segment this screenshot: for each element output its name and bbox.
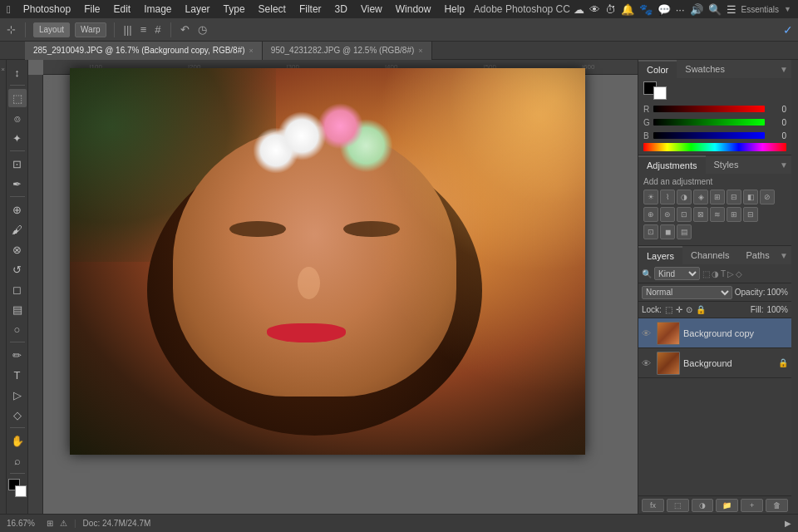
adj-photo-filter[interactable]: ⊘ — [760, 190, 775, 204]
workspace-expand-icon[interactable]: ▼ — [784, 5, 791, 13]
layer2-visibility[interactable]: 👁 — [642, 358, 653, 368]
tool-marquee[interactable]: ⬚ — [8, 89, 27, 107]
menu-icon[interactable]: ☰ — [727, 3, 736, 16]
layer-item-background-copy[interactable]: 👁 Background copy — [638, 318, 791, 348]
layer-group-btn[interactable]: 📁 — [716, 499, 738, 512]
adj-curves[interactable]: ⌇ — [660, 190, 675, 204]
adj-color-lookup[interactable]: ⊜ — [660, 207, 675, 222]
filter-kind-select[interactable]: Kind — [654, 267, 700, 280]
layer-adj-btn[interactable]: ◑ — [692, 499, 714, 512]
bg-color-box[interactable] — [653, 86, 667, 100]
tab-file1[interactable]: 285_2910049.JPG @ 16.7% (Background copy… — [25, 42, 263, 60]
tool-eyedropper[interactable]: ✒ — [8, 175, 27, 193]
tab-channels[interactable]: Channels — [682, 246, 737, 264]
adj-hsl[interactable]: ⊞ — [710, 190, 725, 204]
color-swatch[interactable] — [8, 479, 27, 497]
menu-window[interactable]: Window — [390, 2, 437, 17]
fg-bg-box[interactable] — [643, 81, 667, 100]
tab-styles[interactable]: Styles — [706, 155, 747, 174]
adj-posterize[interactable]: ⊟ — [743, 207, 758, 222]
tab1-close[interactable]: × — [249, 47, 254, 55]
tool-hand[interactable]: ✋ — [8, 431, 27, 450]
tool-lasso[interactable]: ⌾ — [8, 109, 27, 127]
layer-link-btn[interactable]: fx — [642, 499, 664, 512]
green-slider[interactable] — [653, 119, 765, 126]
filter-type-icon[interactable]: T — [721, 269, 726, 278]
warp-button[interactable]: Warp — [75, 22, 106, 37]
filter-adj-icon[interactable]: ◑ — [712, 269, 719, 278]
menu-3d[interactable]: 3D — [329, 2, 353, 17]
menu-filter[interactable]: Filter — [293, 2, 328, 17]
blue-slider[interactable] — [653, 132, 765, 139]
layer-mask-btn[interactable]: ⬚ — [667, 499, 689, 512]
menu-edit[interactable]: Edit — [107, 2, 136, 17]
layer-item-background[interactable]: 👁 Background 🔒 — [638, 348, 791, 378]
tool-eraser[interactable]: ◻ — [8, 280, 27, 298]
align-grid-icon[interactable]: # — [153, 23, 162, 36]
layout-button[interactable]: Layout — [33, 22, 70, 37]
adj-colorbalance[interactable]: ⊟ — [727, 190, 741, 204]
lock-artboard-icon[interactable]: ⊙ — [686, 305, 692, 314]
adj-exposure[interactable]: ◑ — [677, 190, 692, 204]
adj-panel-collapse[interactable]: ▼ — [780, 160, 788, 170]
tab2-close[interactable]: × — [418, 47, 422, 55]
layer-new-btn[interactable]: + — [741, 499, 763, 512]
tool-shape[interactable]: ◇ — [8, 406, 27, 424]
lock-position-icon[interactable]: ✛ — [676, 305, 682, 314]
adj-solid-color[interactable]: ◼ — [660, 224, 675, 239]
filter-shape-icon[interactable]: ▷ — [727, 269, 734, 278]
align-center-icon[interactable]: ≡ — [139, 23, 149, 36]
adj-gradient-map[interactable]: ≋ — [710, 207, 725, 222]
tab-adjustments[interactable]: Adjustments — [638, 155, 706, 174]
background-color[interactable] — [15, 485, 27, 497]
tab-paths[interactable]: Paths — [738, 246, 778, 264]
tool-crop[interactable]: ⊡ — [8, 155, 27, 173]
filter-smart-icon[interactable]: ◇ — [736, 269, 742, 278]
layer-delete-btn[interactable]: 🗑 — [766, 499, 788, 512]
menu-file[interactable]: File — [78, 2, 106, 17]
tab-layers[interactable]: Layers — [638, 246, 682, 264]
filter-pixel-icon[interactable]: ⬚ — [702, 269, 710, 278]
menu-type[interactable]: Type — [218, 2, 251, 17]
menu-help[interactable]: Help — [438, 2, 470, 17]
tool-zoom[interactable]: ⌕ — [8, 451, 27, 470]
menu-photoshop[interactable]: Photoshop — [17, 2, 76, 17]
menu-image[interactable]: Image — [138, 2, 177, 17]
canvas-area[interactable]: |100|200|300|400|500|600 100200300400 — [28, 60, 638, 514]
tool-history[interactable]: ↺ — [8, 260, 27, 278]
adj-bw[interactable]: ◧ — [743, 190, 758, 204]
lock-pixel-icon[interactable]: ⬚ — [665, 305, 672, 314]
fill-value[interactable]: 100% — [766, 305, 788, 314]
adj-brightness[interactable]: ☀ — [643, 190, 658, 204]
tool-dodge[interactable]: ○ — [8, 320, 27, 338]
adj-gradient-fill[interactable]: ▤ — [677, 224, 692, 239]
tab-color[interactable]: Color — [638, 60, 677, 78]
align-left-icon[interactable]: ||| — [122, 23, 134, 36]
tool-pen[interactable]: ✏ — [8, 346, 27, 364]
adj-selective-color[interactable]: ⊞ — [727, 207, 741, 222]
tool-brush[interactable]: 🖌 — [8, 220, 27, 239]
adj-levels[interactable]: ⊡ — [677, 207, 692, 222]
tool-gradient[interactable]: ▤ — [8, 300, 27, 318]
tab-swatches[interactable]: Swatches — [677, 60, 733, 78]
blend-mode-select[interactable]: Normal — [642, 286, 732, 299]
adj-threshold[interactable]: ⊠ — [693, 207, 708, 222]
adj-channel-mixer[interactable]: ⊕ — [643, 207, 658, 222]
tool-text[interactable]: T — [8, 366, 27, 384]
tool-path[interactable]: ▷ — [8, 386, 27, 404]
play-icon[interactable]: ▶ — [785, 519, 791, 528]
tool-magic-wand[interactable]: ✦ — [8, 129, 27, 147]
commit-icon[interactable]: ✓ — [783, 23, 793, 37]
menu-view[interactable]: View — [355, 2, 388, 17]
opacity-value[interactable]: 100% — [766, 288, 788, 297]
color-spectrum[interactable] — [643, 143, 786, 151]
layer1-visibility[interactable]: 👁 — [642, 328, 653, 338]
adj-invert[interactable]: ⊡ — [643, 224, 658, 239]
history-icon[interactable]: ↶ — [179, 23, 191, 36]
adj-vibrance[interactable]: ◈ — [693, 190, 708, 204]
layers-panel-collapse[interactable]: ▼ — [780, 251, 788, 260]
menu-layer[interactable]: Layer — [180, 2, 216, 17]
red-slider[interactable] — [653, 106, 765, 112]
search-icon[interactable]: 🔍 — [708, 3, 722, 16]
timer-icon[interactable]: ◷ — [196, 23, 209, 36]
